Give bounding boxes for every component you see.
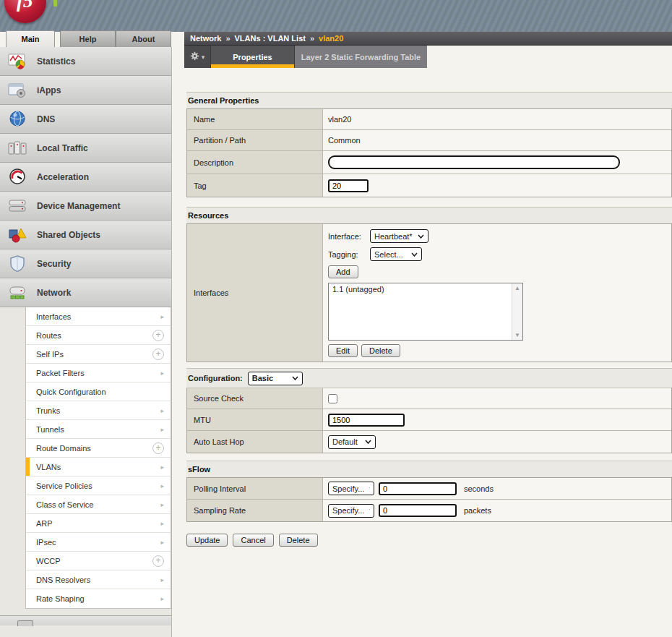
- interfaces-listbox[interactable]: 1.1 (untagged) ▲ ▼: [328, 283, 523, 341]
- subnav-item-quick-configuration[interactable]: Quick Configuration: [26, 382, 171, 401]
- chevron-right-icon: ▸: [160, 482, 164, 489]
- subnav-item-trunks[interactable]: Trunks▸: [26, 401, 171, 420]
- subnav-item-label: IPsec: [36, 538, 56, 547]
- chevron-down-icon: [365, 440, 371, 444]
- tab-main[interactable]: Main: [6, 30, 55, 47]
- row-mtu: MTU: [187, 409, 671, 431]
- row-description: Description: [187, 151, 671, 174]
- polling-mode-select[interactable]: Specify...: [328, 482, 374, 495]
- sidebar-item-statistics[interactable]: Statistics: [0, 47, 171, 76]
- sidebar-item-security[interactable]: Security: [0, 249, 171, 278]
- polling-interval-label: Polling Interval: [187, 478, 323, 499]
- plus-icon[interactable]: +: [152, 555, 164, 567]
- tag-value-cell: [323, 174, 671, 197]
- description-label: Description: [187, 151, 323, 174]
- listbox-scrollbar[interactable]: ▲ ▼: [512, 283, 522, 340]
- subnav-item-wccp[interactable]: WCCP+: [26, 552, 171, 570]
- sflow-table: Polling Interval Specify... seconds Samp…: [186, 477, 672, 522]
- tab-layer2-forwarding[interactable]: Layer 2 Static Forwarding Table: [294, 46, 427, 68]
- subnav-item-label: Trunks: [36, 406, 60, 415]
- sampling-mode-select[interactable]: Specify...: [328, 504, 374, 518]
- mtu-input[interactable]: [328, 414, 405, 427]
- tab-about[interactable]: About: [116, 30, 171, 47]
- add-button[interactable]: Add: [328, 265, 358, 278]
- interfaces-list-item[interactable]: 1.1 (untagged): [329, 283, 511, 295]
- sidebar-item-local-traffic[interactable]: Local Traffic: [0, 134, 171, 163]
- scroll-up-icon[interactable]: ▲: [514, 285, 520, 291]
- sidebar-item-iapps[interactable]: iApps: [0, 76, 171, 105]
- mtu-label: MTU: [187, 409, 323, 430]
- partition-value-cell: Common: [323, 130, 671, 150]
- tagging-select[interactable]: Select...: [370, 247, 422, 261]
- auto-last-hop-select[interactable]: Default: [328, 435, 376, 449]
- plus-icon[interactable]: +: [152, 349, 164, 360]
- breadcrumb: Network » VLANs : VLAN List » vlan20: [184, 32, 672, 46]
- top-banner: [0, 0, 672, 32]
- sidebar-item-dns[interactable]: DNS: [0, 105, 171, 134]
- plus-icon[interactable]: +: [152, 330, 164, 341]
- description-input[interactable]: [328, 155, 620, 169]
- gear-icon: [190, 51, 199, 64]
- interface-inline-label: Interface:: [328, 232, 370, 241]
- chevron-right-icon: ▸: [160, 369, 164, 377]
- chevron-down-icon: ▾: [202, 54, 205, 61]
- edit-button[interactable]: Edit: [328, 344, 358, 357]
- sampling-rate-input[interactable]: [379, 504, 457, 517]
- auto-last-hop-select-value: Default: [332, 437, 358, 446]
- interfaces-value-cell: Interface: Heartbeat* Tagging: Select...: [323, 224, 671, 362]
- sidebar-item-network[interactable]: Network: [0, 278, 171, 307]
- configuration-select[interactable]: Basic: [248, 372, 303, 385]
- scroll-down-icon[interactable]: ▼: [514, 332, 520, 338]
- row-auto-last-hop: Auto Last Hop Default: [187, 431, 671, 453]
- plus-icon[interactable]: +: [152, 443, 164, 454]
- subnav-item-label: Class of Service: [36, 500, 93, 509]
- subnav-item-vlans[interactable]: VLANs▸: [26, 458, 171, 476]
- tab-properties[interactable]: Properties: [210, 46, 294, 68]
- sampling-unit-label: packets: [464, 506, 491, 515]
- subnav-item-ipsec[interactable]: IPsec▸: [26, 533, 171, 552]
- subnav-item-label: Quick Configuration: [36, 388, 106, 396]
- chevron-right-icon: ▸: [160, 501, 164, 508]
- subnav-item-self-ips[interactable]: Self IPs+: [26, 345, 171, 364]
- security-shield-icon: [7, 255, 27, 272]
- subnav-item-rate-shaping[interactable]: Rate Shaping▸: [26, 589, 171, 608]
- breadcrumb-section[interactable]: Network: [190, 34, 221, 43]
- row-interfaces: Interfaces Interface: Heartbeat* Tagging…: [187, 224, 671, 362]
- interfaces-label: Interfaces: [187, 224, 323, 362]
- cancel-button-label: Cancel: [241, 536, 265, 544]
- tagging-select-line: Tagging: Select...: [328, 247, 666, 261]
- source-check-checkbox[interactable]: [328, 394, 337, 403]
- subnav-item-tunnels[interactable]: Tunnels▸: [26, 420, 171, 439]
- breadcrumb-separator-icon: »: [310, 34, 314, 43]
- subnav-item-interfaces[interactable]: Interfaces▸: [26, 307, 171, 326]
- sidebar-item-shared-objects[interactable]: Shared Objects: [0, 221, 171, 249]
- tab-help[interactable]: Help: [60, 30, 116, 47]
- delete-button[interactable]: Delete: [279, 534, 318, 547]
- subnav-item-class-of-service[interactable]: Class of Service▸: [26, 495, 171, 514]
- subnav-item-dns-resolvers[interactable]: DNS Resolvers▸: [26, 570, 171, 589]
- delete-button-label: Delete: [369, 346, 392, 355]
- interface-select[interactable]: Heartbeat*: [370, 229, 428, 243]
- subnav-item-service-policies[interactable]: Service Policies▸: [26, 476, 171, 495]
- sidebar-item-partial[interactable]: [0, 615, 171, 625]
- cancel-button[interactable]: Cancel: [233, 534, 273, 547]
- tab-properties-label: Properties: [233, 53, 272, 61]
- update-button[interactable]: Update: [186, 534, 228, 547]
- label-text: Interfaces: [194, 288, 228, 297]
- sidebar-item-acceleration[interactable]: Acceleration: [0, 163, 171, 192]
- polling-interval-input[interactable]: [379, 482, 457, 495]
- subnav-item-routes[interactable]: Routes+: [26, 326, 171, 345]
- sidebar-item-device-management[interactable]: Device Management: [0, 192, 171, 221]
- tag-input[interactable]: [328, 179, 369, 192]
- general-properties-table: Name vlan20 Partition / Path Common Desc…: [186, 108, 672, 197]
- subnav-item-route-domains[interactable]: Route Domains+: [26, 439, 171, 458]
- sidebar-item-label: Acceleration: [37, 172, 89, 182]
- subnav-item-packet-filters[interactable]: Packet Filters▸: [26, 364, 171, 382]
- source-check-label: Source Check: [187, 388, 323, 409]
- sampling-rate-value-cell: Specify... packets: [323, 500, 671, 521]
- delete-interface-button[interactable]: Delete: [361, 344, 400, 357]
- iapps-icon: [7, 82, 27, 98]
- options-gear-button[interactable]: ▾: [184, 46, 210, 68]
- subnav-item-arp[interactable]: ARP▸: [26, 514, 171, 533]
- breadcrumb-path[interactable]: VLANs : VLAN List: [235, 34, 306, 43]
